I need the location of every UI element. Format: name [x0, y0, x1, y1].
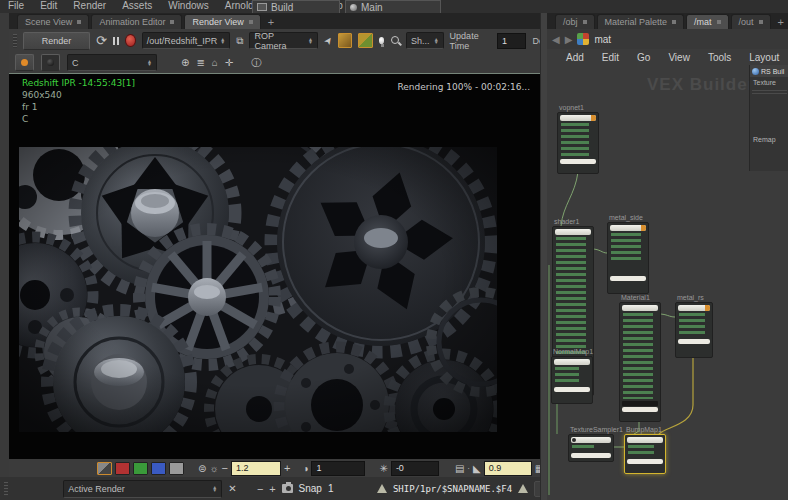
new-tab-button[interactable]: + — [263, 15, 279, 29]
rop-selector[interactable]: /out/Redshift_IPR ▲▼ — [142, 32, 231, 49]
menu-tools[interactable]: Tools — [699, 52, 740, 63]
gain-plus-button[interactable]: + — [284, 462, 290, 474]
node-vopnet1[interactable]: vopnet1 — [557, 112, 599, 174]
network-path[interactable]: mat — [594, 34, 611, 45]
tab-pin-icon[interactable] — [249, 20, 253, 24]
pan-tool-icon[interactable]: ✛ — [225, 57, 233, 68]
menu-edit[interactable]: Edit — [593, 52, 628, 63]
copy-rop-icon[interactable]: ⧉ — [236, 35, 243, 47]
tab-pin-icon[interactable] — [170, 20, 174, 24]
node-texturesampler1[interactable]: TextureSampler1 — [568, 434, 614, 462]
tab-animation-editor[interactable]: Animation Editor — [91, 14, 182, 29]
new-tab-button[interactable]: + — [773, 15, 788, 29]
node-output-bar[interactable] — [554, 387, 590, 392]
node-input-bar[interactable] — [554, 359, 590, 365]
camera-selector[interactable]: ROP Camera ▲▼ — [249, 32, 317, 49]
contrast-field[interactable]: 1 — [311, 461, 365, 476]
tab-pin-icon[interactable] — [717, 20, 721, 24]
stop-render-icon[interactable] — [125, 34, 136, 47]
channel-red-button[interactable] — [115, 462, 130, 475]
tab-pin-icon[interactable] — [759, 20, 763, 24]
desktop-selector[interactable]: Build — [252, 0, 340, 14]
tab-render-view[interactable]: Render View — [184, 14, 260, 29]
node-output-bar[interactable] — [560, 159, 596, 164]
palette-section-texture[interactable]: Texture — [750, 77, 788, 88]
channel-all-button[interactable] — [97, 462, 112, 475]
nav-back-icon[interactable]: ◀ — [552, 34, 560, 45]
nav-forward-icon[interactable]: ▶ — [565, 34, 573, 45]
node-metal-rs[interactable]: metal_rs — [675, 302, 713, 358]
shading-selector[interactable]: Sh... ▲▼ — [406, 32, 444, 49]
pointer-icon[interactable]: ➤ — [321, 34, 335, 47]
pause-render-icon[interactable] — [113, 37, 119, 45]
tab-scene-view[interactable]: Scene View — [17, 14, 89, 29]
menu-view[interactable]: View — [659, 52, 699, 63]
gain-field[interactable]: 1.2 — [231, 461, 281, 476]
inspect-icon[interactable] — [390, 35, 400, 47]
node-input-bar[interactable] — [627, 437, 663, 443]
toolbar-grip[interactable] — [13, 34, 17, 48]
tab-pin-icon[interactable] — [77, 20, 81, 24]
menu-edit[interactable]: Edit — [32, 0, 65, 13]
channel-blue-button[interactable] — [151, 462, 166, 475]
tab-pin-icon[interactable] — [583, 20, 587, 24]
menu-layout[interactable]: Layout — [740, 52, 788, 63]
statusbar-grip[interactable] — [4, 482, 8, 496]
menu-go[interactable]: Go — [628, 52, 659, 63]
palette-header[interactable]: RS Buil — [750, 65, 788, 77]
gamma-field[interactable]: 0.9 — [484, 461, 532, 476]
render-viewport[interactable]: Redshift IPR -14:55:43[1] 960x540 fr 1 C… — [9, 73, 540, 460]
display-circle-button[interactable] — [15, 54, 34, 71]
node-input-bar[interactable] — [678, 305, 710, 311]
update-time-field[interactable]: 1 — [497, 33, 526, 49]
exposure-icon[interactable]: ⊜ — [198, 463, 206, 474]
tab-mat[interactable]: /mat — [686, 14, 729, 29]
menu-file[interactable]: File — [0, 0, 32, 13]
menu-render[interactable]: Render — [65, 0, 114, 13]
node-normalmap1[interactable]: NormalMap1 — [551, 356, 593, 404]
node-input-bar[interactable] — [555, 229, 591, 235]
tab-obj[interactable]: /obj — [555, 14, 595, 29]
node-output-bar[interactable] — [678, 339, 710, 344]
close-icon[interactable]: ✕ — [228, 483, 236, 494]
info-icon[interactable]: ⓘ — [251, 56, 261, 70]
channel-green-button[interactable] — [133, 462, 148, 475]
background-toggle-button[interactable] — [41, 54, 60, 71]
snap-plus-button[interactable]: + — [269, 483, 275, 495]
node-material1[interactable]: Material1 — [619, 302, 661, 422]
node-input-bar[interactable] — [560, 115, 596, 121]
main-selector[interactable]: Main — [345, 0, 441, 14]
node-output-bar[interactable] — [610, 276, 646, 281]
node-input-bar[interactable] — [571, 437, 611, 443]
region-render-icon[interactable] — [338, 33, 352, 48]
node-output-bar[interactable] — [627, 459, 663, 464]
menu-add[interactable]: Add — [557, 52, 593, 63]
zoom-tool-icon[interactable]: ⊕ — [181, 57, 189, 68]
menu-windows[interactable]: Windows — [160, 0, 217, 13]
node-output-bar[interactable] — [571, 453, 611, 458]
tab-pin-icon[interactable] — [672, 20, 676, 24]
rerender-icon[interactable]: ⟳ — [96, 33, 107, 48]
node-output-bar[interactable] — [622, 407, 658, 412]
snapshot-camera-icon[interactable] — [282, 484, 293, 493]
lut-icon[interactable]: ▤ — [455, 463, 464, 474]
list-tool-icon[interactable]: ≣ — [196, 57, 204, 68]
render-source-selector[interactable]: Active Render ▲▼ — [63, 480, 222, 498]
tab-material-palette[interactable]: Material Palette — [597, 14, 685, 29]
tab-out[interactable]: /out — [731, 14, 771, 29]
snapshot-compare-icon[interactable] — [358, 33, 372, 48]
channel-alpha-button[interactable] — [169, 462, 184, 475]
node-bumpmap1[interactable]: BumpMap1 — [624, 434, 666, 474]
image-plane-selector[interactable]: C ▲▼ — [67, 54, 157, 71]
node-input-bar[interactable] — [622, 305, 658, 311]
menu-assets[interactable]: Assets — [114, 0, 160, 13]
gain-minus-button[interactable]: − — [222, 462, 228, 474]
node-input-bar[interactable] — [610, 225, 646, 231]
render-button[interactable]: Render — [23, 32, 90, 50]
snap-minus-button[interactable]: − — [257, 483, 263, 495]
offset-field[interactable]: -0 — [391, 461, 439, 476]
lights-icon[interactable] — [379, 37, 385, 44]
node-metal-side[interactable]: metal_side — [607, 222, 649, 294]
palette-section-remap[interactable]: Remap — [750, 134, 788, 145]
home-view-icon[interactable]: ⌂ — [212, 57, 218, 68]
